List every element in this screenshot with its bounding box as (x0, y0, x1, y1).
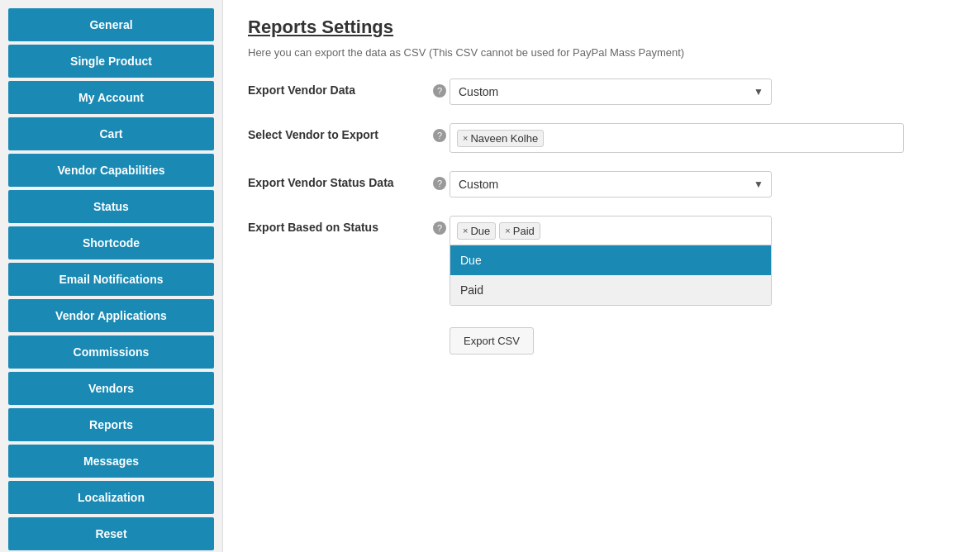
sidebar-btn-shortcode[interactable]: Shortcode (8, 226, 214, 259)
sidebar-btn-single-product[interactable]: Single Product (8, 45, 214, 78)
export-vendor-data-row: Export Vendor Data ? Custom All ▼ (248, 79, 955, 105)
sidebar-btn-cart[interactable]: Cart (8, 117, 214, 150)
select-vendor-export-help: ? (430, 123, 450, 142)
sidebar-btn-vendors[interactable]: Vendors (8, 372, 214, 405)
export-vendor-status-select[interactable]: Custom All (450, 171, 772, 197)
status-tag-paid-label: Paid (513, 225, 535, 237)
sidebar-btn-reset[interactable]: Reset (8, 517, 214, 550)
export-vendor-status-data-label: Export Vendor Status Data (248, 171, 430, 189)
remove-naveen-kolhe-icon[interactable]: × (463, 133, 468, 143)
status-dropdown-list: Due Paid (450, 245, 772, 306)
vendor-tag-naveen-kolhe: × Naveen Kolhe (457, 130, 544, 147)
vendor-tag-label: Naveen Kolhe (470, 132, 538, 145)
sidebar-btn-vendor-applications[interactable]: Vendor Applications (8, 299, 214, 332)
export-csv-spacer (248, 324, 430, 329)
status-tags-box[interactable]: × Due × Paid (450, 216, 772, 245)
export-vendor-data-select-wrap: Custom All ▼ (450, 79, 772, 105)
export-csv-control: Export CSV (450, 324, 955, 355)
help-icon-export-vendor: ? (433, 84, 446, 98)
vendor-tag-input-box[interactable]: × Naveen Kolhe (450, 123, 904, 153)
export-vendor-data-help: ? (430, 79, 450, 98)
export-based-on-status-row: Export Based on Status ? × Due × Paid Du… (248, 216, 955, 306)
sidebar-btn-localization[interactable]: Localization (8, 481, 214, 514)
export-vendor-data-select[interactable]: Custom All (450, 79, 772, 105)
remove-paid-icon[interactable]: × (505, 226, 510, 236)
export-vendor-status-data-row: Export Vendor Status Data ? Custom All ▼ (248, 171, 955, 197)
dropdown-item-paid[interactable]: Paid (450, 275, 771, 305)
export-based-on-status-help: ? (430, 216, 450, 235)
sidebar-btn-status[interactable]: Status (8, 190, 214, 223)
sidebar-btn-email-notifications[interactable]: Email Notifications (8, 263, 214, 296)
status-tag-paid: × Paid (499, 222, 540, 240)
export-vendor-data-label: Export Vendor Data (248, 79, 430, 97)
export-csv-button[interactable]: Export CSV (450, 327, 534, 355)
export-vendor-status-select-wrap: Custom All ▼ (450, 171, 772, 197)
status-tag-due: × Due (457, 222, 496, 240)
status-tag-due-label: Due (470, 225, 490, 237)
select-vendor-export-control: × Naveen Kolhe (450, 123, 955, 153)
status-dropdown-wrap: × Due × Paid Due Paid (450, 216, 772, 306)
sidebar: GeneralSingle ProductMy AccountCartVendo… (0, 0, 222, 552)
sidebar-btn-my-account[interactable]: My Account (8, 81, 214, 114)
export-vendor-status-data-control: Custom All ▼ (450, 171, 955, 197)
help-icon-export-status: ? (433, 221, 446, 235)
main-content: Reports Settings Here you can export the… (222, 0, 980, 552)
sidebar-btn-vendor-capabilities[interactable]: Vendor Capabilities (8, 154, 214, 187)
export-vendor-data-control: Custom All ▼ (450, 79, 955, 105)
export-csv-help-spacer (430, 324, 450, 329)
help-icon-select-vendor: ? (433, 129, 446, 142)
sidebar-btn-reports[interactable]: Reports (8, 408, 214, 441)
page-description: Here you can export the data as CSV (Thi… (248, 46, 955, 59)
export-csv-row: Export CSV (248, 324, 955, 355)
remove-due-icon[interactable]: × (463, 226, 468, 236)
export-vendor-status-data-help: ? (430, 171, 450, 190)
export-based-on-status-label: Export Based on Status (248, 216, 430, 234)
select-vendor-export-label: Select Vendor to Export (248, 123, 430, 141)
select-vendor-export-row: Select Vendor to Export ? × Naveen Kolhe (248, 123, 955, 153)
page-title: Reports Settings (248, 17, 955, 38)
dropdown-item-due[interactable]: Due (450, 245, 771, 275)
help-icon-export-vendor-status: ? (433, 177, 446, 190)
sidebar-btn-commissions[interactable]: Commissions (8, 335, 214, 369)
sidebar-btn-messages[interactable]: Messages (8, 445, 214, 478)
export-based-on-status-control: × Due × Paid Due Paid (450, 216, 955, 306)
sidebar-btn-general[interactable]: General (8, 8, 214, 41)
